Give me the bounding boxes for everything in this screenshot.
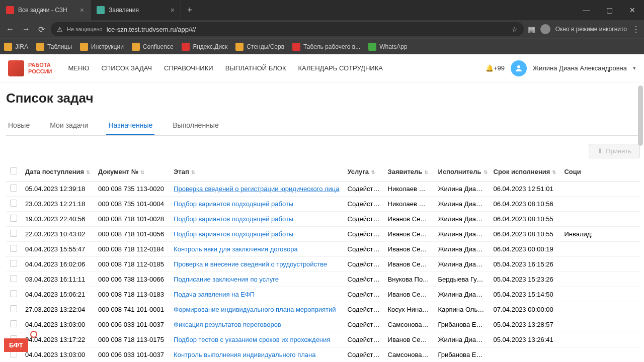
menu-item-refs[interactable]: СПРАВОЧНИКИ	[164, 64, 213, 72]
cell-doc: 000 008 735 101-0004	[94, 197, 170, 212]
stage-link[interactable]: Проверка и внесение сведений о трудоустр…	[174, 260, 327, 268]
avatar[interactable]	[511, 60, 527, 76]
bookmark-confluence[interactable]: Confluence	[132, 43, 174, 51]
menu-item-menu[interactable]: МЕНЮ	[68, 64, 89, 72]
extensions-icon[interactable]: ▦	[528, 25, 535, 34]
col-checkbox[interactable]	[6, 162, 21, 182]
col-service[interactable]: Услуга⇅	[344, 162, 384, 182]
cell-date: 04.04.2023 15:55:47	[21, 242, 94, 257]
table-row[interactable]: 04.04.2023 13:17:22 000 008 718 113-0175…	[6, 332, 640, 347]
bookmark-tables[interactable]: Таблицы	[36, 43, 72, 51]
col-due[interactable]: Срок исполнения⇅	[490, 162, 560, 182]
filter-tabs: Новые Мои задачи Назначенные Выполненные	[6, 116, 640, 136]
row-checkbox[interactable]	[10, 245, 17, 252]
bookmark-stands[interactable]: Стенды/Серв	[235, 43, 284, 51]
col-executor[interactable]: Исполнитель⇅	[434, 162, 490, 182]
folder-icon	[182, 43, 190, 51]
col-social[interactable]: Соци	[560, 162, 640, 182]
minimize-button[interactable]: —	[575, 0, 598, 20]
stage-link[interactable]: Подбор тестов с указанием сроков их прох…	[174, 336, 330, 343]
close-icon[interactable]: ×	[171, 6, 175, 14]
table-row[interactable]: 27.03.2023 13:22:04 000 008 741 101-0001…	[6, 302, 640, 317]
row-checkbox[interactable]	[10, 185, 17, 192]
bookmark-instructions[interactable]: Инструкции	[80, 43, 124, 51]
table-row[interactable]: 04.04.2023 13:03:00 000 006 033 101-0037…	[6, 317, 640, 332]
stage-link[interactable]: Контроль явки для заключения договора	[174, 245, 298, 253]
col-doc[interactable]: Документ №⇅	[94, 162, 170, 182]
row-checkbox[interactable]	[10, 320, 17, 327]
svg-point-0	[517, 65, 520, 68]
table-row[interactable]: 05.04.2023 12:39:18 000 008 735 113-0020…	[6, 182, 640, 197]
incognito-label: Окно в режиме инкогнито	[555, 26, 627, 33]
sort-icon: ⇅	[140, 169, 144, 175]
table-row[interactable]: 03.04.2023 16:11:11 000 006 738 113-0066…	[6, 272, 640, 287]
notification-badge[interactable]: 🔔+99	[486, 64, 505, 72]
logo[interactable]: РАБОТА РОССИИ	[8, 60, 52, 76]
url-input[interactable]: ⚠ Не защищено ice-szn.test.trudvsem.ru/a…	[51, 22, 524, 36]
cell-applicant: Иванов Сергей П...	[384, 287, 434, 302]
tab-assigned[interactable]: Назначенные	[106, 116, 154, 135]
back-button[interactable]: ←	[4, 23, 16, 36]
cell-doc: 000 008 741 101-0001	[94, 302, 170, 317]
row-checkbox[interactable]	[10, 275, 17, 282]
bookmark-yandex[interactable]: Яндекс.Диск	[182, 43, 228, 51]
row-checkbox[interactable]	[10, 230, 17, 237]
col-date[interactable]: Дата поступления⇅	[21, 162, 94, 182]
stage-link[interactable]: Подбор вариантов подходящей работы	[174, 200, 293, 208]
cell-service: Содействие ...	[344, 197, 384, 212]
stage-link[interactable]: Контроль выполнения индивидуального план…	[174, 351, 315, 358]
row-checkbox[interactable]	[10, 305, 17, 312]
row-checkbox[interactable]	[10, 290, 17, 297]
stage-link[interactable]: Подбор вариантов подходящей работы	[174, 230, 293, 238]
bookmark-timesheet[interactable]: Табель рабочего в...	[292, 43, 360, 51]
tab-new[interactable]: Новые	[6, 116, 32, 135]
stage-link[interactable]: Подписание заключения по услуге	[174, 276, 279, 283]
maximize-button[interactable]: ▢	[598, 0, 621, 20]
new-tab-button[interactable]: +	[181, 0, 199, 20]
stage-link[interactable]: Подача заявления на ЕФП	[174, 291, 255, 298]
cell-doc: 000 006 738 113-0066	[94, 272, 170, 287]
close-icon[interactable]: ×	[80, 6, 84, 14]
username[interactable]: Жилина Диана Александровна	[533, 64, 627, 72]
bookmark-whatsapp[interactable]: WhatsApp	[368, 43, 407, 51]
browser-tab-0[interactable]: Все задачи - СЗН ×	[0, 0, 91, 20]
stage-link[interactable]: Формирование индивидуального плана мероп…	[174, 306, 336, 313]
stage-link[interactable]: Проверка сведений о регистрации юридичес…	[174, 185, 339, 193]
cell-date: 03.04.2023 16:11:11	[21, 272, 94, 287]
browser-tab-1[interactable]: Заявления ×	[91, 0, 181, 20]
cell-social	[560, 347, 640, 363]
cell-due: 07.04.2023 00:00:00	[490, 302, 560, 317]
cell-due: 05.04.2023 13:26:41	[490, 332, 560, 347]
tab-done[interactable]: Выполненные	[171, 116, 220, 135]
row-checkbox[interactable]	[10, 215, 17, 222]
menu-item-calendar[interactable]: КАЛЕНДАРЬ СОТРУДНИКА	[298, 64, 383, 72]
stage-link[interactable]: Фиксация результатов переговоров	[174, 321, 281, 328]
cell-social: Инвалид;	[560, 227, 640, 242]
accept-button[interactable]: ⬇ Принять	[589, 144, 640, 158]
col-stage[interactable]: Этап⇅	[170, 162, 343, 182]
star-icon[interactable]: ☆	[512, 26, 518, 33]
row-checkbox[interactable]	[10, 260, 17, 267]
tab-my[interactable]: Мои задачи	[48, 116, 90, 135]
header-right: 🔔+99 Жилина Диана Александровна ▾	[486, 60, 636, 76]
forward-button[interactable]: →	[20, 23, 32, 36]
reload-button[interactable]: ⟳	[36, 23, 47, 36]
menu-icon[interactable]: ⋮	[632, 25, 640, 34]
table-row[interactable]: 19.03.2023 22:40:56 000 008 718 101-0028…	[6, 212, 640, 227]
chevron-down-icon[interactable]: ▾	[633, 65, 636, 71]
table-row[interactable]: 04.04.2023 16:02:06 000 008 718 112-0185…	[6, 257, 640, 272]
close-button[interactable]: ✕	[621, 0, 644, 20]
table-row[interactable]: 04.04.2023 15:06:21 000 008 718 113-0183…	[6, 287, 640, 302]
table-row[interactable]: 04.04.2023 13:03:00 000 006 033 101-0037…	[6, 347, 640, 363]
menu-item-payments[interactable]: ВЫПЛАТНОЙ БЛОК	[225, 64, 286, 72]
menu-item-tasks[interactable]: СПИСОК ЗАДАЧ	[101, 64, 152, 72]
table-row[interactable]: 23.03.2023 12:21:18 000 008 735 101-0004…	[6, 197, 640, 212]
cell-social	[560, 242, 640, 257]
col-applicant[interactable]: Заявитель⇅	[384, 162, 434, 182]
stage-link[interactable]: Подбор вариантов подходящей работы	[174, 215, 293, 223]
scrollbar[interactable]	[638, 85, 643, 146]
row-checkbox[interactable]	[10, 200, 17, 207]
table-row[interactable]: 04.04.2023 15:55:47 000 008 718 112-0184…	[6, 242, 640, 257]
table-row[interactable]: 22.03.2023 10:43:02 000 008 718 101-0056…	[6, 227, 640, 242]
bookmark-jira[interactable]: JIRA	[4, 43, 28, 51]
